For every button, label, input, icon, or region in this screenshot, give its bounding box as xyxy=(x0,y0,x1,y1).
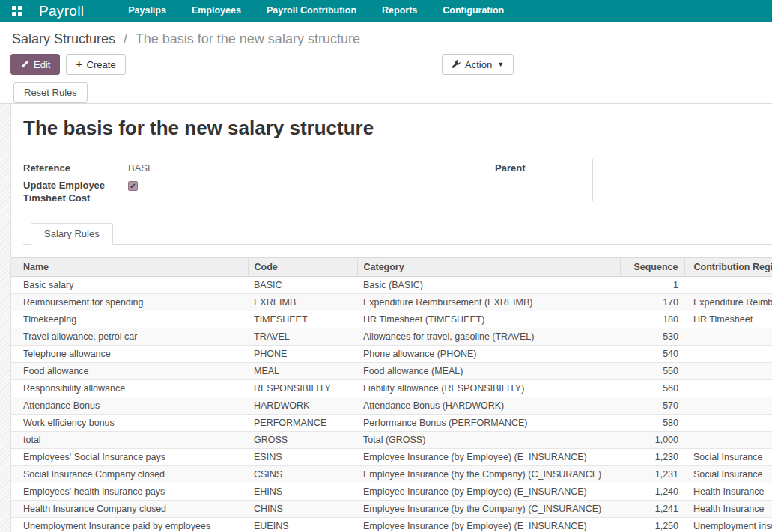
table-row[interactable]: Responsibility allowanceRESPONSIBILITYLi… xyxy=(11,380,772,397)
cell-category: Basic (BASIC) xyxy=(357,277,620,294)
plus-icon: + xyxy=(76,58,82,70)
cell-code: HARDWORK xyxy=(248,397,357,415)
wrench-icon xyxy=(452,60,461,69)
notebook: Salary Rules xyxy=(23,223,772,245)
parent-label: Parent xyxy=(495,159,592,201)
cell-sequence: 1,230 xyxy=(620,449,684,466)
cell-code: MEAL xyxy=(248,363,357,380)
table-row[interactable]: Reimbursement for spendingEXREIMBExpendi… xyxy=(11,294,772,311)
app-title[interactable]: Payroll xyxy=(39,3,84,19)
cell-contribution-register: Unemployment insurance xyxy=(684,518,772,532)
menu-payroll-contribution[interactable]: Payroll Contribution xyxy=(254,0,369,22)
cell-contribution-register: Health Insurance xyxy=(684,483,772,501)
app-menu: PayslipsEmployeesPayroll ContributionRep… xyxy=(115,0,517,22)
cell-sequence: 580 xyxy=(620,415,684,432)
cell-name: Health Insurance Company closed xyxy=(11,501,248,518)
cell-code: EHINS xyxy=(248,483,357,501)
chevron-down-icon: ▼ xyxy=(497,61,504,68)
table-row[interactable]: Unemployment Insurance paid by employees… xyxy=(11,518,772,532)
cell-name: Reimbursement for spending xyxy=(11,294,248,311)
cell-category: Employee Insurance (by Employee) (E_INSU… xyxy=(357,518,620,532)
cell-category: Employee Insurance (by Employee) (E_INSU… xyxy=(357,483,620,501)
table-body: Basic salaryBASICBasic (BASIC)1Reimburse… xyxy=(11,277,772,532)
page-title: The basis for the new salary structure xyxy=(23,116,772,140)
cell-name: Food allowance xyxy=(11,363,248,380)
cell-contribution-register xyxy=(684,432,772,449)
table-row[interactable]: Travel allowance, petrol carTRAVELAllowa… xyxy=(11,328,772,346)
table-row[interactable]: Attendance BonusHARDWORKAttendance Bonus… xyxy=(11,397,772,415)
create-button[interactable]: + Create xyxy=(66,54,125,75)
cell-category: Employee Insurance (by Employee) (E_INSU… xyxy=(357,449,620,466)
breadcrumb-current: The basis for the new salary structure xyxy=(136,31,360,46)
cell-sequence: 560 xyxy=(620,380,684,397)
cell-name: Basic salary xyxy=(11,277,248,294)
menu-reports[interactable]: Reports xyxy=(369,0,430,22)
table-row[interactable]: Telephone allowancePHONEPhone allowance … xyxy=(11,346,772,363)
form-view-background: The basis for the new salary structure R… xyxy=(0,104,772,532)
table-row[interactable]: Basic salaryBASICBasic (BASIC)1 xyxy=(11,277,772,294)
cell-code: TRAVEL xyxy=(248,328,357,346)
menu-employees[interactable]: Employees xyxy=(179,0,254,22)
cell-sequence: 1,241 xyxy=(620,501,684,518)
cell-category: Allowances for travel, gasoline (TRAVEL) xyxy=(357,328,620,346)
cell-code: PHONE xyxy=(248,346,357,363)
tab-row: Salary Rules xyxy=(23,223,772,245)
cell-contribution-register xyxy=(684,328,772,346)
table-row[interactable]: TimekeepingTIMESHEETHR Timesheet (TIMESH… xyxy=(11,311,772,328)
pencil-icon xyxy=(20,60,29,69)
cell-name: Employees' health insurance pays xyxy=(11,483,248,501)
cell-name: Unemployment Insurance paid by employees xyxy=(11,518,248,532)
top-navbar: Payroll PayslipsEmployeesPayroll Contrib… xyxy=(0,0,772,22)
breadcrumb-salary-structures[interactable]: Salary Structures xyxy=(12,31,115,46)
cell-category: HR Timesheet (TIMESHEET) xyxy=(357,311,620,328)
cell-contribution-register: Social Insurance xyxy=(684,449,772,466)
cell-name: Social Insurance Company closed xyxy=(11,466,248,483)
table-row[interactable]: Work efficiency bonusPERFORMANCEPerforma… xyxy=(11,415,772,432)
column-header-sequence[interactable]: Sequence xyxy=(620,258,684,277)
tab-salary-rules[interactable]: Salary Rules xyxy=(31,223,113,245)
cell-name: Work efficiency bonus xyxy=(11,415,248,432)
checkmark-icon: ✔ xyxy=(130,180,136,192)
table-row[interactable]: Food allowanceMEALFood allowance (MEAL)5… xyxy=(11,363,772,380)
cell-name: Employees' Social Insurance pays xyxy=(11,449,248,466)
field-groups: Reference BASE Update Employee Timsheet … xyxy=(23,159,772,207)
table-row[interactable]: Employees' health insurance paysEHINSEmp… xyxy=(11,483,772,501)
breadcrumb-separator: / xyxy=(124,31,127,46)
cell-code: PERFORMANCE xyxy=(248,415,357,432)
apps-grid-icon xyxy=(12,6,22,16)
column-header-category[interactable]: Category xyxy=(357,258,620,277)
cell-sequence: 570 xyxy=(620,397,684,415)
edit-button[interactable]: Edit xyxy=(10,54,60,75)
field-group-right: Parent xyxy=(495,159,765,207)
cell-category: Employee Insurance (by the Company) (C_I… xyxy=(357,466,620,483)
cell-code: EXREIMB xyxy=(248,294,357,311)
update-timesheet-label: Update Employee Timsheet Cost xyxy=(23,177,113,207)
update-timesheet-checkbox[interactable]: ✔ xyxy=(128,181,138,191)
cell-sequence: 1,000 xyxy=(620,432,684,449)
cell-name: Responsibility allowance xyxy=(11,380,248,397)
table-row[interactable]: totalGROSSTotal (GROSS)1,000 xyxy=(11,432,772,449)
cell-sequence: 1 xyxy=(620,277,684,294)
reset-rules-button[interactable]: Reset Rules xyxy=(13,82,88,103)
menu-configuration[interactable]: Configuration xyxy=(430,0,517,22)
menu-payslips[interactable]: Payslips xyxy=(115,0,179,22)
table-row[interactable]: Social Insurance Company closedCSINSEmpl… xyxy=(11,466,772,483)
action-dropdown-button[interactable]: Action ▼ xyxy=(442,54,514,75)
table-row[interactable]: Employees' Social Insurance paysESINSEmp… xyxy=(11,449,772,466)
column-header-contribution-register[interactable]: Contribution Register xyxy=(684,258,772,277)
cell-sequence: 1,240 xyxy=(620,483,684,501)
cell-category: Food allowance (MEAL) xyxy=(357,363,620,380)
table-row[interactable]: Health Insurance Company closedCHINSEmpl… xyxy=(11,501,772,518)
field-group-left: Reference BASE Update Employee Timsheet … xyxy=(23,159,495,207)
parent-value xyxy=(592,159,765,201)
salary-rules-list: NameCodeCategorySequenceContribution Reg… xyxy=(11,257,772,532)
cell-sequence: 540 xyxy=(620,346,684,363)
cell-contribution-register xyxy=(684,397,772,415)
update-timesheet-value: ✔ xyxy=(121,177,495,207)
cell-category: Attendance Bonus (HARDWORK) xyxy=(357,397,620,415)
column-header-code[interactable]: Code xyxy=(248,258,357,277)
cell-category: Liability allowance (RESPONSIBILITY) xyxy=(357,380,620,397)
cell-contribution-register: Expenditure Reimbursement xyxy=(684,294,772,311)
column-header-name[interactable]: Name xyxy=(11,258,248,277)
apps-menu-button[interactable] xyxy=(4,0,30,22)
